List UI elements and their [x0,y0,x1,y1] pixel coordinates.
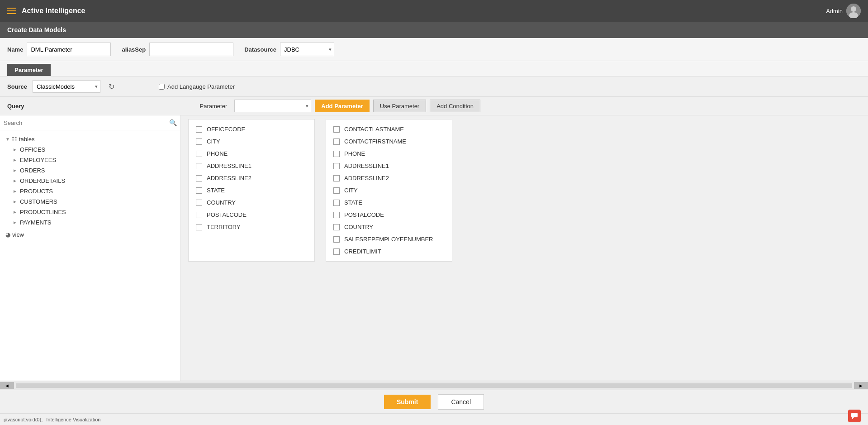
col-item-country-customers[interactable]: COUNTRY [326,221,452,233]
param-select[interactable] [234,100,311,112]
col-label-territory: TERRITORY [207,224,241,230]
col-item-phone-customers[interactable]: PHONE [326,148,452,160]
horizontal-scrollbar: ◄ ► [0,381,868,390]
col-item-country-offices[interactable]: COUNTRY [189,196,314,209]
add-lang-area: Add Langauge Parameter [159,83,235,90]
col-checkbox-addressline2-offices[interactable] [196,175,202,181]
col-label-city-customers: CITY [344,187,358,194]
col-item-postalcode-offices[interactable]: POSTALCODE [189,209,314,221]
col-item-phone-offices[interactable]: PHONE [189,148,314,160]
tree-item-employees[interactable]: ► EMPLOYEES [0,155,180,165]
col-item-city-offices[interactable]: CITY [189,135,314,148]
tab-bar: Parameter [0,61,868,76]
tree-item-payments[interactable]: ► PAYMENTS [0,217,180,228]
col-item-postalcode-customers[interactable]: POSTALCODE [326,209,452,221]
search-input[interactable] [4,119,166,126]
col-label-country-offices: COUNTRY [207,199,236,206]
add-condition-button[interactable]: Add Condition [430,100,480,112]
col-checkbox-phone-customers[interactable] [333,151,340,157]
col-label-postalcode-offices: POSTALCODE [207,211,247,218]
status-link[interactable]: Intelligence Visualization [46,417,100,422]
source-select-wrapper: ClassicModels [33,80,100,93]
page-title: Create Data Models [7,26,66,33]
col-item-territory[interactable]: TERRITORY [189,221,314,233]
tree-label-orders: ORDERS [20,167,45,174]
add-lang-label: Add Langauge Parameter [167,83,235,90]
tree-item-orderdetails[interactable]: ► ORDERDETAILS [0,176,180,186]
col-item-contactfirstname[interactable]: CONTACTFIRSTNAME [326,135,452,148]
hamburger-line1 [7,8,16,9]
col-item-addressline2-offices[interactable]: ADDRESSLINE2 [189,172,314,184]
cancel-button[interactable]: Cancel [438,394,484,410]
col-item-state-customers[interactable]: STATE [326,196,452,209]
col-item-creditlimit[interactable]: CREDITLIMIT [326,245,452,258]
tree-item-products[interactable]: ► PRODUCTS [0,186,180,196]
col-item-salesrepemployeenumber[interactable]: SALESREPEMPLOYEENUMBER [326,233,452,245]
scroll-right-button[interactable]: ► [854,382,868,389]
table-grid-icon: ☷ [12,136,17,143]
right-outer: OFFICECODE CITY PHONE ADDRESSLINE1 [181,115,868,381]
col-checkbox-addressline1-customers[interactable] [333,163,340,169]
col-item-state-offices[interactable]: STATE [189,184,314,196]
left-panel: 🔍 ▼ ☷ tables ► OFFICES ► EMPLO [0,115,181,381]
add-param-button[interactable]: Add Parameter [315,100,369,112]
scroll-left-button[interactable]: ◄ [0,382,14,389]
tree-root-tables[interactable]: ▼ ☷ tables [0,134,180,144]
col-checkbox-city-customers[interactable] [333,187,340,194]
col-checkbox-postalcode-customers[interactable] [333,212,340,218]
add-lang-checkbox[interactable] [159,84,165,90]
col-checkbox-phone-offices[interactable] [196,151,202,157]
col-checkbox-territory[interactable] [196,224,202,230]
col-label-state-customers: STATE [344,199,362,206]
refresh-button[interactable]: ↻ [106,81,117,92]
tree-chevron-productlines: ► [13,210,17,215]
col-label-state-offices: STATE [207,187,225,194]
col-checkbox-state-customers[interactable] [333,200,340,206]
source-toolbar: Source ClassicModels ↻ Add Langauge Para… [0,76,868,97]
use-param-button[interactable]: Use Parameter [373,100,426,112]
col-checkbox-city-offices[interactable] [196,138,202,145]
col-checkbox-state-offices[interactable] [196,187,202,194]
col-checkbox-salesrepemployeenumber[interactable] [333,236,340,243]
col-label-addressline2-customers: ADDRESSLINE2 [344,175,389,181]
col-item-contactlastname[interactable]: CONTACTLASTNAME [326,123,452,135]
top-nav: Active Intelligence Admin [0,0,868,22]
col-checkbox-contactlastname[interactable] [333,126,340,133]
col-checkbox-addressline2-customers[interactable] [333,175,340,181]
col-label-addressline1-offices: ADDRESSLINE1 [207,162,251,169]
col-checkbox-contactfirstname[interactable] [333,138,340,145]
search-icon: 🔍 [169,119,177,126]
datasource-select[interactable]: JDBC [280,43,334,56]
name-input[interactable] [27,43,111,56]
col-item-addressline1-customers[interactable]: ADDRESSLINE1 [326,160,452,172]
parameter-tab[interactable]: Parameter [7,64,51,76]
tree-chevron-orderdetails: ► [13,178,17,183]
tree-item-offices[interactable]: ► OFFICES [0,144,180,155]
submit-button[interactable]: Submit [384,395,431,409]
query-toolbar: Query Parameter Add Parameter Use Parame… [0,97,868,115]
col-item-city-customers[interactable]: CITY [326,184,452,196]
status-chat-icon[interactable] [848,410,861,422]
hamburger-menu[interactable] [7,8,16,14]
alias-input[interactable] [149,43,233,56]
cols-container: OFFICECODE CITY PHONE ADDRESSLINE1 [181,115,868,265]
content-wrapper: Source ClassicModels ↻ Add Langauge Para… [0,76,868,390]
col-checkbox-country-customers[interactable] [333,224,340,230]
col-checkbox-officecode[interactable] [196,126,202,133]
status-js-text: javascript:void(0); [4,417,43,422]
tree-root-label: tables [19,136,35,143]
tree-root-view[interactable]: ◕ view [0,229,180,240]
col-checkbox-addressline1-offices[interactable] [196,163,202,169]
source-select[interactable]: ClassicModels [33,80,100,93]
tree-item-customers[interactable]: ► CUSTOMERS [0,196,180,207]
tree-item-orders[interactable]: ► ORDERS [0,165,180,176]
col-checkbox-creditlimit[interactable] [333,248,340,255]
col-item-officecode[interactable]: OFFICECODE [189,123,314,135]
col-label-creditlimit: CREDITLIMIT [344,248,381,255]
col-checkbox-postalcode-offices[interactable] [196,212,202,218]
col-item-addressline2-customers[interactable]: ADDRESSLINE2 [326,172,452,184]
tree-item-productlines[interactable]: ► PRODUCTLINES [0,207,180,217]
col-checkbox-country-offices[interactable] [196,200,202,206]
col-item-addressline1-offices[interactable]: ADDRESSLINE1 [189,160,314,172]
col-label-addressline2-offices: ADDRESSLINE2 [207,175,251,181]
